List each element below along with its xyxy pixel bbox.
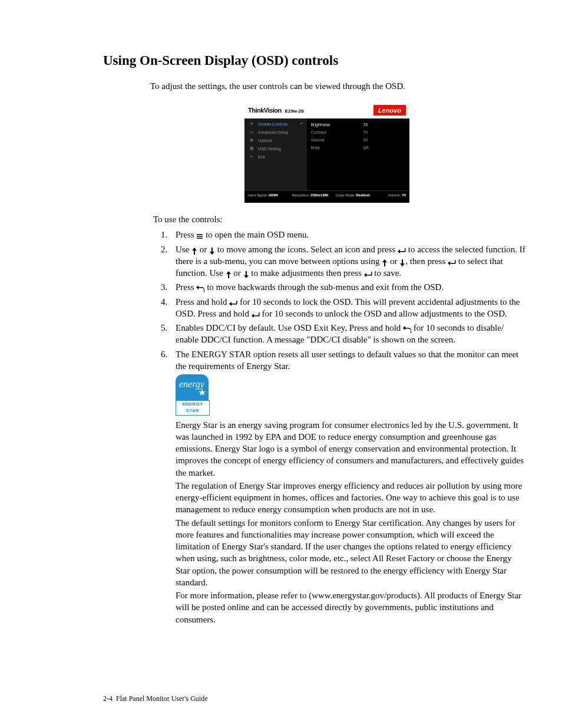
up-arrow-icon <box>382 258 388 266</box>
osd-menu-label: Options <box>258 139 272 143</box>
osd-setting-row[interactable]: Contrast 75 <box>307 129 409 136</box>
intro-text: To adjust the settings, the user control… <box>150 81 527 91</box>
osd-menu-item-advanced-setup[interactable]: ▭ Advanced Setup <box>244 128 307 136</box>
status-volume: Volume: 70 <box>379 193 406 200</box>
menu-icon <box>196 231 203 240</box>
osd-setting-row[interactable]: Mute Off <box>307 144 409 151</box>
status-input: Input Signal: HDMI <box>248 193 292 200</box>
osd-menu-item-screen-controls[interactable]: ☀ Screen Controls ↵ <box>244 120 307 128</box>
svg-rect-0 <box>197 234 203 235</box>
osd-setting-label: Volume <box>310 138 363 142</box>
osd-menu-item-options[interactable]: ✿ Options <box>244 136 307 144</box>
osd-status-bar: Input Signal: HDMI Resolution: 2560x1080… <box>244 190 409 203</box>
energystar-para-2: The regulation of Energy Star improves e… <box>176 480 527 516</box>
energy-star-logo: energy★ ENERGY STAR <box>176 374 527 416</box>
book-title: Flat Panel Monitor User's Guide <box>116 694 207 703</box>
back-icon: ↩ <box>248 154 255 159</box>
osd-model: E29w-20 <box>285 108 304 114</box>
osd-header: ThinkVision E29w-20 Lenovo <box>244 102 409 118</box>
osd-menu: ☀ Screen Controls ↵ ▭ Advanced Setup ✿ O… <box>244 118 307 190</box>
brightness-icon: ☀ <box>248 121 255 126</box>
steps-list: Press to open the main OSD menu. Use or … <box>153 229 527 625</box>
step-3: Press to move backwards through the sub-… <box>170 281 527 293</box>
osd-setting-label: Brightness <box>310 123 363 127</box>
down-arrow-icon <box>243 269 249 278</box>
page-number: 2-4 <box>103 694 113 703</box>
osd-setting-row[interactable]: Volume 50 <box>307 136 409 144</box>
up-arrow-icon <box>226 269 232 278</box>
lenovo-logo: Lenovo <box>373 105 406 116</box>
osd-setting-value: Off <box>363 146 406 150</box>
enter-icon <box>364 269 372 278</box>
enter-icon <box>448 258 456 266</box>
sliders-icon: ▭ <box>248 130 255 134</box>
enter-icon: ↵ <box>300 121 303 126</box>
step-1: Press to open the main OSD menu. <box>170 229 527 241</box>
osd-setting-row[interactable]: Brightness 75 <box>307 121 409 129</box>
osd-setting-label: Mute <box>310 146 363 150</box>
osd-setting-value: 50 <box>363 138 406 142</box>
osd-menu-label: OSD Setting <box>258 147 281 151</box>
page-footer: 2-4 Flat Panel Monitor User's Guide <box>103 694 207 703</box>
down-arrow-icon <box>399 258 405 266</box>
step-4: Press and hold for 10 seconds to lock th… <box>170 296 527 320</box>
osd-menu-label: Advanced Setup <box>258 130 288 134</box>
back-icon <box>196 284 204 292</box>
step-5: Enables DDC/CI by default. Use OSD Exit … <box>170 322 527 346</box>
osd-brand: ThinkVision <box>248 107 282 114</box>
status-color-mode: Color Mode: Reddish <box>336 193 379 200</box>
osd-screenshot: ThinkVision E29w-20 Lenovo ☀ Screen Cont… <box>244 102 409 203</box>
energystar-para-4: For more information, please refer to (w… <box>176 589 527 625</box>
osd-setting-label: Contrast <box>310 130 363 134</box>
list-icon: ▤ <box>248 146 255 151</box>
energystar-para-3: The default settings for monitors confor… <box>176 517 527 589</box>
osd-setting-value: 75 <box>363 123 406 127</box>
enter-icon <box>252 310 260 319</box>
osd-menu-item-exit[interactable]: ↩ Exit <box>244 153 307 161</box>
osd-setting-value: 75 <box>363 130 406 134</box>
status-resolution: Resolution: 2560x1080 <box>292 193 335 200</box>
section-title: Using On-Screen Display (OSD) controls <box>103 53 527 68</box>
step-2: Use or to move among the icons. Select a… <box>170 243 527 279</box>
back-icon <box>403 324 411 333</box>
up-arrow-icon <box>191 246 197 255</box>
lead-text: To use the controls: <box>153 213 527 225</box>
down-arrow-icon <box>209 246 215 255</box>
osd-menu-label: Screen Controls <box>258 122 287 126</box>
osd-settings: Brightness 75 Contrast 75 Volume 50 Mute… <box>307 118 409 190</box>
svg-rect-2 <box>197 238 203 239</box>
osd-menu-label: Exit <box>258 155 265 159</box>
enter-icon <box>398 246 406 255</box>
enter-icon <box>229 298 237 307</box>
svg-rect-1 <box>197 236 203 237</box>
energystar-para-1: Energy Star is an energy saving program … <box>176 419 527 479</box>
gear-icon: ✿ <box>248 138 255 143</box>
step-6: The ENERGY STAR option resets all user s… <box>170 348 527 625</box>
osd-menu-item-osd-setting[interactable]: ▤ OSD Setting <box>244 144 307 153</box>
